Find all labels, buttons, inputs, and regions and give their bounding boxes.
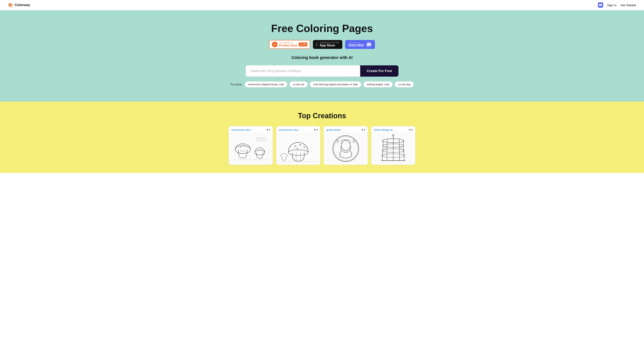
card-image bbox=[276, 132, 320, 165]
appstore-badge[interactable]:  Download on the App Store bbox=[313, 40, 342, 49]
creation-card[interactable]: Some things ar... ♥ 0 bbox=[371, 126, 416, 165]
card-likes: ♥ 0 bbox=[267, 128, 270, 131]
likes-count: 0 bbox=[316, 128, 318, 131]
card-image bbox=[229, 132, 273, 165]
creation-card[interactable]: mushroom sha... ♥ 0 bbox=[228, 126, 273, 165]
ph-featured-label: FEATURED ON bbox=[279, 42, 297, 44]
creations-title: Top Creations bbox=[6, 112, 638, 120]
card-title: mushroom sha... bbox=[279, 128, 300, 131]
ph-text: FEATURED ON Product Hunt bbox=[279, 42, 297, 47]
try-these-row: Try these: mushroom shaped house, cutea … bbox=[4, 81, 640, 87]
cards-row: mushroom sha... ♥ 0 m bbox=[6, 126, 638, 165]
heart-icon: ♥ bbox=[267, 128, 268, 131]
brand-logo[interactable]: 🎨 Colorway bbox=[8, 2, 30, 7]
heart-icon: ♥ bbox=[409, 128, 411, 131]
creations-section: Top Creations mushroom sha... ♥ 0 bbox=[0, 102, 644, 173]
ph-name: Product Hunt bbox=[279, 44, 297, 47]
card-likes: ♥ 0 bbox=[362, 128, 365, 131]
card-title: mushroom sha... bbox=[231, 128, 252, 131]
discord-badge[interactable]: Join us on DISCORD bbox=[345, 40, 375, 49]
discord-logo-icon bbox=[366, 42, 372, 47]
discord-badge-text: Join us on DISCORD bbox=[348, 42, 364, 47]
card-image bbox=[324, 132, 368, 165]
likes-count: 0 bbox=[269, 128, 270, 131]
card-title: greek titans bbox=[326, 128, 341, 131]
brand-name: Colorway bbox=[15, 3, 30, 7]
hero-section: Free Coloring Pages P FEATURED ON Produc… bbox=[0, 10, 644, 102]
likes-count: 0 bbox=[411, 128, 413, 131]
card-header: greek titans ♥ 0 bbox=[324, 126, 368, 132]
search-row: Create For Free bbox=[246, 65, 398, 77]
try-chip[interactable]: cute dancing teapot and plates on side bbox=[310, 81, 362, 87]
card-header: Some things ar... ♥ 0 bbox=[371, 126, 415, 132]
ph-count: ▲ 37 bbox=[299, 42, 307, 46]
sign-in-link[interactable]: Sign In bbox=[607, 3, 617, 7]
hero-title: Free Coloring Pages bbox=[4, 22, 640, 34]
appstore-name: App Store bbox=[320, 44, 339, 47]
create-button[interactable]: Create For Free bbox=[360, 65, 398, 77]
svg-rect-12 bbox=[276, 133, 320, 165]
get-started-link[interactable]: Get Started bbox=[620, 3, 636, 7]
card-header: mushroom sha... ♥ 0 bbox=[276, 126, 320, 132]
discord-sub: Join us on bbox=[348, 42, 364, 44]
discord-badge-name: DISCORD bbox=[348, 44, 364, 47]
card-likes: ♥ 0 bbox=[314, 128, 318, 131]
try-label: Try these: bbox=[230, 83, 243, 86]
try-chip[interactable]: a cute dog bbox=[395, 81, 414, 87]
navbar: 🎨 Colorway Sign In Get Started bbox=[0, 0, 644, 10]
discord-nav-icon[interactable] bbox=[598, 2, 603, 8]
card-header: mushroom sha... ♥ 0 bbox=[229, 126, 273, 132]
card-likes: ♥ 0 bbox=[409, 128, 413, 131]
producthunt-badge[interactable]: P FEATURED ON Product Hunt ▲ 37 bbox=[269, 40, 310, 49]
appstore-text: Download on the App Store bbox=[320, 42, 339, 47]
creation-card[interactable]: mushroom sha... ♥ 0 bbox=[276, 126, 320, 165]
hero-tagline: Coloring book generator with AI bbox=[4, 55, 640, 60]
creation-card[interactable]: greek titans ♥ 0 bbox=[324, 126, 368, 165]
likes-count: 0 bbox=[364, 128, 365, 131]
heart-icon: ♥ bbox=[362, 128, 363, 131]
logo-emoji: 🎨 bbox=[8, 2, 13, 7]
apple-icon:  bbox=[316, 42, 318, 47]
ph-logo: P bbox=[272, 42, 278, 47]
heart-icon: ♥ bbox=[314, 128, 316, 131]
try-chip[interactable]: a cute cat bbox=[290, 81, 308, 87]
try-chip[interactable]: smiling teapot, cute bbox=[363, 81, 393, 87]
card-title: Some things ar... bbox=[374, 128, 395, 131]
card-image bbox=[371, 132, 415, 165]
try-chip[interactable]: mushroom shaped house, cute bbox=[245, 81, 288, 87]
appstore-sub: Download on the bbox=[320, 42, 339, 44]
svg-rect-21 bbox=[324, 133, 368, 165]
badge-row: P FEATURED ON Product Hunt ▲ 37  Downlo… bbox=[4, 40, 640, 49]
navbar-right: Sign In Get Started bbox=[598, 2, 636, 8]
search-input[interactable] bbox=[246, 65, 360, 77]
